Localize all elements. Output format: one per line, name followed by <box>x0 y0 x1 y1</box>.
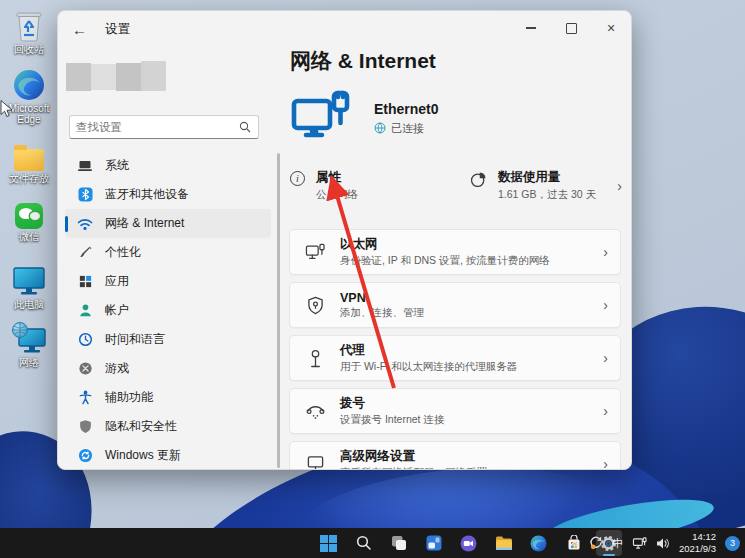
sidebar-item-system[interactable]: 系统 <box>65 151 271 180</box>
desktop-icon-wechat[interactable]: 微信 <box>2 193 56 243</box>
sidebar-item-label: Windows 更新 <box>105 447 181 464</box>
dialup-phone-icon <box>304 403 326 420</box>
sidebar-item-bluetooth[interactable]: 蓝牙和其他设备 <box>65 180 271 209</box>
back-button[interactable]: ← <box>72 21 87 38</box>
sidebar-item-privacy-security[interactable]: 隐私和安全性 <box>65 412 271 441</box>
desktop-icon-label: 网络 <box>2 357 56 369</box>
card-title: 代理 <box>340 342 517 359</box>
privacy-shield-icon <box>77 419 93 435</box>
clock-date: 2021/9/3 <box>679 543 716 555</box>
sidebar-item-apps[interactable]: 应用 <box>65 267 271 296</box>
card-vpn[interactable]: VPN 添加、连接、管理 › <box>289 282 621 328</box>
connection-hero: Ethernet0 已连接 <box>290 89 439 151</box>
wechat-icon <box>2 193 56 229</box>
card-title: 拨号 <box>340 395 444 412</box>
system-icon <box>77 158 93 174</box>
content-pane: 网络 & Internet Ethernet0 <box>289 11 632 470</box>
desktop-icon-this-pc[interactable]: 此电脑 <box>2 261 56 311</box>
sidebar-item-label: 蓝牙和其他设备 <box>105 186 189 203</box>
sidebar-scrollbar[interactable] <box>277 153 280 468</box>
sidebar-item-windows-update[interactable]: Windows 更新 <box>65 441 271 470</box>
settings-nav: 系统 蓝牙和其他设备 网络 & Internet 个性化 应用 <box>65 151 271 470</box>
desktop-icon-label: 回收站 <box>2 44 56 56</box>
notification-badge[interactable]: 3 <box>725 536 740 551</box>
file-explorer-icon[interactable] <box>491 530 517 556</box>
card-subtitle: 身份验证, IP 和 DNS 设置, 按流量计费的网络 <box>340 254 550 268</box>
desktop-icon-list: 回收站 Microsoft Edge 文件存放 微信 <box>2 6 56 378</box>
data-usage-item[interactable]: 数据使用量 1.61 GB，过去 30 天 <box>470 169 596 202</box>
desktop-icon-file-folder[interactable]: 文件存放 <box>2 135 56 185</box>
chevron-right-icon[interactable]: › <box>617 178 622 194</box>
ethernet-hero-icon <box>290 89 352 151</box>
card-subtitle: 添加、连接、管理 <box>340 306 424 320</box>
window-title: 设置 <box>105 21 130 38</box>
sidebar-item-accounts[interactable]: 帐户 <box>65 296 271 325</box>
network-icon <box>2 319 56 355</box>
card-advanced-network[interactable]: 高级网络设置 查看所有网络适配器，网络重置 › <box>289 441 621 470</box>
taskbar: 中 14:12 2021/9/3 3 <box>0 528 745 558</box>
search-icon <box>239 121 251 133</box>
card-subtitle: 用于 Wi-Fi 和以太网连接的代理服务器 <box>340 360 517 374</box>
sidebar-item-label: 个性化 <box>105 244 141 261</box>
card-ethernet[interactable]: 以太网 身份验证, IP 和 DNS 设置, 按流量计费的网络 › <box>289 229 621 275</box>
sidebar-item-network-internet[interactable]: 网络 & Internet <box>65 209 271 238</box>
connection-name: Ethernet0 <box>374 101 439 117</box>
folder-icon <box>2 135 56 171</box>
taskbar-clock[interactable]: 14:12 2021/9/3 <box>679 531 716 555</box>
card-title: 高级网络设置 <box>340 448 487 465</box>
accounts-icon <box>77 303 93 319</box>
sidebar-item-label: 隐私和安全性 <box>105 418 177 435</box>
accessibility-icon <box>77 390 93 406</box>
clock-time: 14:12 <box>679 531 716 543</box>
settings-search <box>69 115 259 139</box>
sidebar-item-accessibility[interactable]: 辅助功能 <box>65 383 271 412</box>
card-dialup[interactable]: 拨号 设置拨号 Internet 连接 › <box>289 388 621 434</box>
sidebar-item-personalization[interactable]: 个性化 <box>65 238 271 267</box>
quick-info-row: i 属性 公用网络 数据使用量 1.61 GB，过去 30 天 › <box>290 169 622 202</box>
ethernet-icon <box>304 243 326 261</box>
desktop: 回收站 Microsoft Edge 文件存放 微信 <box>0 0 745 558</box>
sidebar-item-time-language[interactable]: 时间和语言 <box>65 325 271 354</box>
globe-status-icon <box>374 122 386 136</box>
settings-card-list: 以太网 身份验证, IP 和 DNS 设置, 按流量计费的网络 › VPN 添加… <box>289 229 621 470</box>
apps-icon <box>77 274 93 290</box>
tray-ethernet-icon[interactable] <box>632 537 647 550</box>
properties-item[interactable]: i 属性 公用网络 <box>290 169 470 202</box>
settings-window: ← 设置 × 系统 <box>57 10 632 470</box>
edge-taskbar-icon[interactable] <box>526 530 552 556</box>
bluetooth-icon <box>77 187 93 203</box>
desktop-icon-network[interactable]: 网络 <box>2 319 56 369</box>
sidebar-item-label: 系统 <box>105 157 129 174</box>
sidebar-item-label: 辅助功能 <box>105 389 153 406</box>
vpn-shield-icon <box>304 296 326 315</box>
search-icon[interactable] <box>351 530 377 556</box>
tray-chevron-up-icon[interactable] <box>569 538 580 549</box>
card-subtitle: 设置拨号 Internet 连接 <box>340 413 444 427</box>
properties-title: 属性 <box>316 169 358 186</box>
sidebar-item-gaming[interactable]: 游戏 <box>65 354 271 383</box>
widgets-icon[interactable] <box>421 530 447 556</box>
account-name-blurred[interactable] <box>66 61 166 91</box>
data-usage-title: 数据使用量 <box>498 169 596 186</box>
sidebar-item-label: 应用 <box>105 273 129 290</box>
tray-volume-icon[interactable] <box>656 537 670 550</box>
start-button[interactable] <box>316 530 342 556</box>
data-usage-subtitle: 1.61 GB，过去 30 天 <box>498 188 596 202</box>
chevron-right-icon: › <box>603 350 608 366</box>
card-proxy[interactable]: 代理 用于 Wi-Fi 和以太网连接的代理服务器 › <box>289 335 621 381</box>
chat-icon[interactable] <box>456 530 482 556</box>
desktop-icon-recycle-bin[interactable]: 回收站 <box>2 6 56 56</box>
edge-icon <box>2 65 56 101</box>
search-input[interactable] <box>70 121 239 133</box>
chevron-right-icon: › <box>603 244 608 260</box>
tray-sync-update-icon[interactable] <box>589 536 603 550</box>
proxy-icon <box>304 349 326 368</box>
ime-language-indicator[interactable]: 中 <box>612 536 623 551</box>
properties-subtitle: 公用网络 <box>316 188 358 202</box>
card-title: 以太网 <box>340 236 550 253</box>
card-subtitle: 查看所有网络适配器，网络重置 <box>340 466 487 470</box>
chevron-right-icon: › <box>603 297 608 313</box>
desktop-icon-microsoft-edge[interactable]: Microsoft Edge <box>2 65 56 126</box>
task-view-icon[interactable] <box>386 530 412 556</box>
chevron-right-icon: › <box>603 456 608 470</box>
